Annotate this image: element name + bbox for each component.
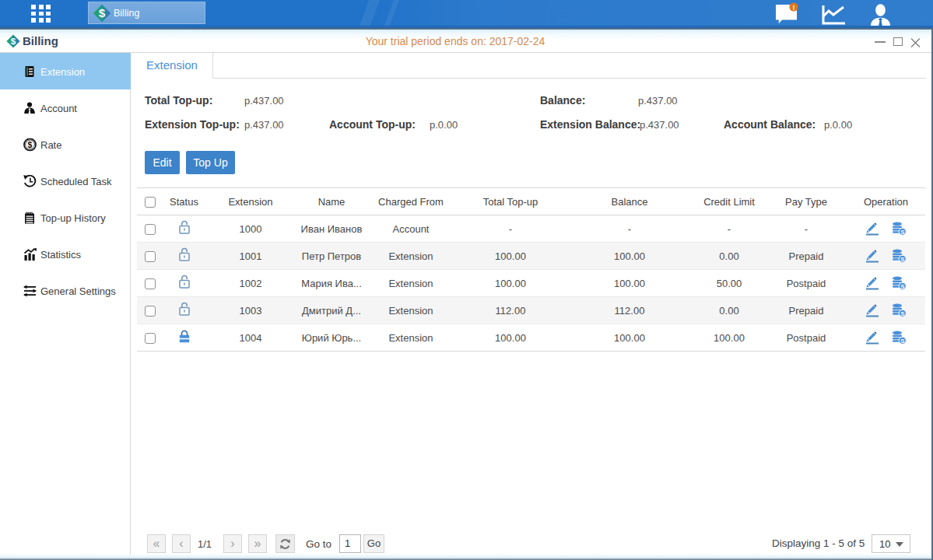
svg-text:$: $: [28, 139, 33, 149]
svg-text:S: S: [900, 229, 905, 236]
svg-text:S: S: [900, 338, 905, 345]
svg-text:S: S: [900, 283, 905, 290]
svg-text:!: !: [793, 4, 795, 12]
svg-text:$: $: [99, 6, 106, 19]
svg-text:S: S: [900, 310, 905, 317]
svg-text:S: S: [900, 256, 905, 263]
